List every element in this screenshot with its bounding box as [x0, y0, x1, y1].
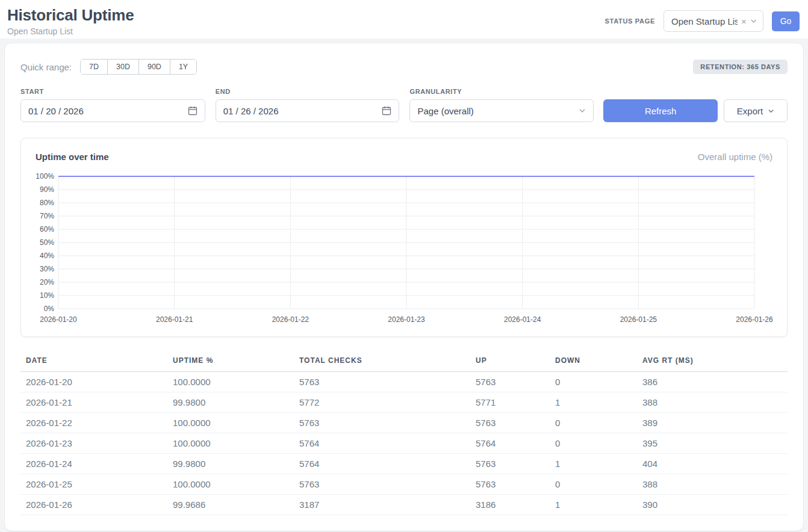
table-cell: 99.9686 [167, 495, 294, 515]
uptime-chart-card: Uptime over time Overall uptime (%) 0%10… [20, 138, 788, 337]
svg-text:2026-01-23: 2026-01-23 [388, 315, 425, 324]
refresh-button[interactable]: Refresh [603, 99, 718, 122]
quick-range-7d-button[interactable]: 7D [81, 60, 107, 74]
export-button-label: Export [737, 106, 763, 116]
table-cell: 2026-01-20 [20, 372, 167, 392]
table-cell: 395 [637, 433, 788, 454]
granularity-value: Page (overall) [417, 106, 473, 116]
page-title: Historical Uptime [7, 6, 134, 25]
col-header-avg-rt: AVG RT (MS) [637, 353, 788, 372]
main-card: Quick range: 7D 30D 90D 1Y RETENTION: 36… [5, 43, 803, 531]
chevron-down-icon [579, 107, 586, 114]
svg-text:20%: 20% [40, 278, 54, 286]
table-row: 2026-01-2199.9800577257711388 [20, 392, 788, 413]
col-header-uptime: UPTIME % [167, 353, 294, 372]
table-cell: 3186 [470, 495, 550, 515]
controls-top-row: Quick range: 7D 30D 90D 1Y RETENTION: 36… [20, 59, 788, 75]
uptime-table-head: DATE UPTIME % TOTAL CHECKS UP DOWN AVG R… [20, 353, 788, 372]
table-cell: 5764 [470, 433, 550, 454]
page-header: Historical Uptime Open Startup List STAT… [0, 0, 808, 39]
granularity-select[interactable]: Page (overall) [409, 99, 594, 122]
go-button[interactable]: Go [772, 11, 800, 31]
chart-title: Uptime over time [36, 152, 109, 162]
table-cell: 0 [550, 474, 637, 495]
clear-icon[interactable]: × [741, 17, 747, 26]
table-cell: 5763 [294, 474, 470, 495]
start-date-field: START 01 / 20 / 2026 [20, 88, 205, 122]
calendar-icon[interactable] [188, 106, 197, 116]
status-page-select[interactable]: Open Startup List × [663, 10, 763, 32]
svg-text:2026-01-20: 2026-01-20 [40, 315, 77, 324]
table-cell: 5763 [470, 454, 550, 474]
uptime-chart: 0%10%20%30%40%50%60%70%80%90%100%2026-01… [36, 170, 774, 328]
table-cell: 390 [637, 495, 788, 515]
status-page-label: STATUS PAGE [605, 17, 655, 25]
col-header-total-checks: TOTAL CHECKS [294, 353, 470, 372]
svg-text:90%: 90% [40, 185, 54, 194]
table-cell: 5763 [470, 372, 550, 392]
svg-text:0%: 0% [44, 305, 55, 313]
svg-text:2026-01-22: 2026-01-22 [272, 315, 309, 324]
table-cell: 5771 [470, 392, 550, 413]
table-cell: 0 [550, 372, 637, 392]
table-cell: 100.0000 [167, 474, 294, 495]
svg-text:70%: 70% [40, 212, 54, 220]
table-cell: 100.0000 [167, 413, 294, 433]
table-cell: 5763 [470, 413, 550, 433]
col-header-up: UP [470, 353, 550, 372]
chevron-down-icon [750, 17, 757, 25]
table-cell: 5763 [294, 372, 470, 392]
export-button[interactable]: Export [724, 99, 788, 122]
table-row: 2026-01-20100.0000576357630386 [20, 372, 788, 392]
table-cell: 3187 [294, 495, 470, 515]
table-cell: 2026-01-23 [20, 433, 167, 454]
uptime-table-body: 2026-01-20100.00005763576303862026-01-21… [20, 372, 788, 515]
svg-text:50%: 50% [40, 238, 54, 247]
table-cell: 388 [637, 392, 788, 413]
table-cell: 99.9800 [167, 392, 294, 413]
quick-range-label: Quick range: [20, 62, 72, 72]
svg-text:2026-01-25: 2026-01-25 [620, 315, 657, 324]
chart-legend: Overall uptime (%) [698, 152, 772, 162]
quick-range-segmented: 7D 30D 90D 1Y [80, 59, 197, 75]
start-date-value: 01 / 20 / 2026 [28, 106, 84, 116]
svg-text:2026-01-21: 2026-01-21 [156, 315, 193, 324]
start-date-label: START [20, 88, 205, 95]
quick-range-30d-button[interactable]: 30D [107, 60, 138, 74]
status-page-value: Open Startup List [671, 16, 738, 26]
quick-range-1y-button[interactable]: 1Y [170, 60, 196, 74]
calendar-icon[interactable] [382, 106, 391, 116]
table-cell: 2026-01-24 [20, 454, 167, 474]
table-cell: 386 [637, 372, 788, 392]
quick-range-90d-button[interactable]: 90D [138, 60, 170, 74]
table-cell: 2026-01-25 [20, 474, 167, 495]
table-cell: 100.0000 [167, 372, 294, 392]
table-cell: 1 [550, 495, 637, 515]
table-cell: 1 [550, 454, 637, 474]
svg-text:40%: 40% [40, 252, 54, 260]
svg-text:60%: 60% [40, 225, 54, 234]
table-cell: 404 [637, 454, 788, 474]
header-left: Historical Uptime Open Startup List [7, 6, 134, 36]
table-cell: 5764 [294, 454, 470, 474]
end-date-value: 01 / 26 / 2026 [223, 106, 279, 116]
table-cell: 389 [637, 413, 788, 433]
svg-text:80%: 80% [40, 199, 54, 207]
table-cell: 5772 [294, 392, 470, 413]
table-cell: 388 [637, 474, 788, 495]
svg-text:100%: 100% [36, 172, 54, 181]
table-cell: 2026-01-22 [20, 413, 167, 433]
col-header-date: DATE [20, 353, 167, 372]
start-date-input[interactable]: 01 / 20 / 2026 [20, 99, 205, 122]
table-cell: 99.9800 [167, 454, 294, 474]
svg-text:2026-01-26: 2026-01-26 [736, 315, 773, 324]
quick-range-group: Quick range: 7D 30D 90D 1Y [20, 59, 197, 75]
col-header-down: DOWN [550, 353, 637, 372]
retention-badge: RETENTION: 365 DAYS [693, 60, 788, 74]
end-date-field: END 01 / 26 / 2026 [216, 88, 400, 122]
granularity-label: GRANULARITY [409, 88, 594, 95]
table-cell: 2026-01-26 [20, 495, 167, 515]
table-row: 2026-01-25100.0000576357630388 [20, 474, 788, 495]
end-date-input[interactable]: 01 / 26 / 2026 [216, 99, 400, 122]
table-row: 2026-01-22100.0000576357630389 [20, 413, 788, 433]
